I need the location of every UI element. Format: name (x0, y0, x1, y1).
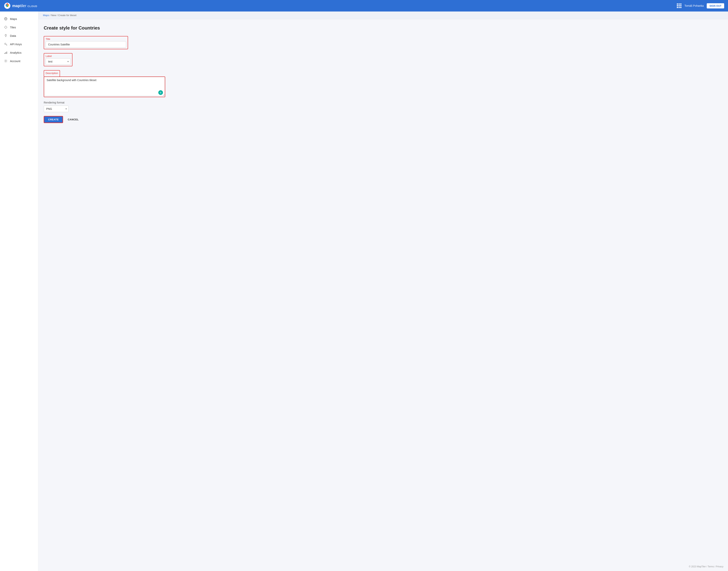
rendering-label: Rendering format (44, 101, 167, 104)
title-label: Title (45, 37, 126, 40)
pin-icon (4, 34, 8, 37)
button-row: CREATE CANCEL (44, 116, 167, 123)
footer-sep1: / (706, 565, 707, 568)
sidebar-item-data[interactable]: Data (0, 31, 38, 40)
logo-area: maptiler CLOUD (4, 2, 37, 9)
breadcrumb-maps-link[interactable]: Maps (43, 14, 49, 17)
title-box-red: Title (44, 36, 128, 49)
rendering-select[interactable]: PNG JPEG WebP (44, 106, 69, 112)
diamond-icon (4, 25, 8, 29)
form-container: Create style for Countries Title Label t… (38, 19, 172, 129)
description-box-red: Description (44, 70, 60, 77)
header: maptiler CLOUD Tomáš Pohanka SIGN OUT (0, 0, 728, 11)
description-label: Description (45, 72, 58, 75)
title-field-group: Title (44, 36, 167, 49)
sidebar-item-account[interactable]: Account (0, 57, 38, 65)
breadcrumb-sep2: / (57, 14, 57, 17)
sidebar-data-label: Data (10, 34, 16, 37)
maptiler-logo-icon (4, 2, 11, 9)
cloud-label: CLOUD (27, 5, 37, 8)
sidebar-item-analytics[interactable]: Analytics (0, 48, 38, 57)
sidebar: Maps Tiles Data (0, 11, 38, 571)
sidebar-api-keys-label: API Keys (10, 42, 22, 46)
footer-terms-link[interactable]: Terms (708, 565, 714, 568)
label-select-wrapper: test production staging ▾ (45, 58, 71, 65)
description-field-group: Description G (44, 70, 167, 97)
apps-grid-icon[interactable] (677, 3, 682, 8)
header-right: Tomáš Pohanka SIGN OUT (677, 3, 724, 8)
sidebar-item-tiles[interactable]: Tiles (0, 23, 38, 31)
sidebar-item-maps[interactable]: Maps (0, 15, 38, 23)
rendering-field-group: Rendering format PNG JPEG WebP ▾ (44, 101, 167, 112)
label-box-red: Label test production staging ▾ (44, 53, 73, 66)
globe-icon (4, 17, 8, 21)
sidebar-item-api-keys[interactable]: API Keys (0, 40, 38, 48)
label-select[interactable]: test production staging (45, 58, 71, 65)
sidebar-analytics-label: Analytics (10, 51, 21, 54)
svg-rect-11 (6, 52, 6, 54)
logo-text: maptiler CLOUD (12, 4, 37, 8)
main-content: Maps / New / Create for tileset Create s… (38, 11, 728, 571)
breadcrumb: Maps / New / Create for tileset (38, 11, 728, 19)
main-layout: Maps Tiles Data (0, 11, 728, 571)
breadcrumb-current: Create for tileset (58, 14, 77, 17)
svg-point-5 (6, 35, 6, 35)
footer-copyright: © 2023 MapTiler (689, 565, 706, 568)
create-button[interactable]: CREATE (44, 116, 63, 123)
sidebar-account-label: Account (10, 60, 20, 63)
page-title: Create style for Countries (44, 25, 167, 31)
signout-button[interactable]: SIGN OUT (707, 3, 724, 8)
footer-privacy-link[interactable]: Privacy (716, 565, 723, 568)
cancel-button[interactable]: CANCEL (66, 117, 81, 122)
footer-sep2: / (715, 565, 715, 568)
textarea-wrapper: G (44, 77, 165, 97)
svg-rect-10 (4, 53, 5, 54)
sidebar-maps-label: Maps (10, 17, 17, 20)
svg-point-13 (5, 61, 6, 62)
description-input[interactable] (44, 77, 165, 96)
user-name: Tomáš Pohanka (685, 4, 704, 7)
sidebar-tiles-label: Tiles (10, 26, 16, 29)
svg-rect-12 (6, 51, 7, 54)
chart-icon (4, 50, 8, 54)
svg-rect-4 (4, 26, 7, 28)
svg-point-6 (5, 43, 6, 44)
label-field-group: Label test production staging ▾ (44, 53, 167, 66)
breadcrumb-sep1: / (50, 14, 50, 17)
title-input[interactable] (45, 41, 126, 48)
grammarly-icon: G (158, 90, 163, 95)
rendering-select-wrapper: PNG JPEG WebP ▾ (44, 106, 69, 112)
key-icon (4, 42, 8, 46)
label-label: Label (45, 54, 71, 58)
gear-icon (4, 59, 8, 63)
footer: © 2023 MapTiler / Terms / Privacy (38, 562, 728, 571)
breadcrumb-new: New (51, 14, 56, 17)
